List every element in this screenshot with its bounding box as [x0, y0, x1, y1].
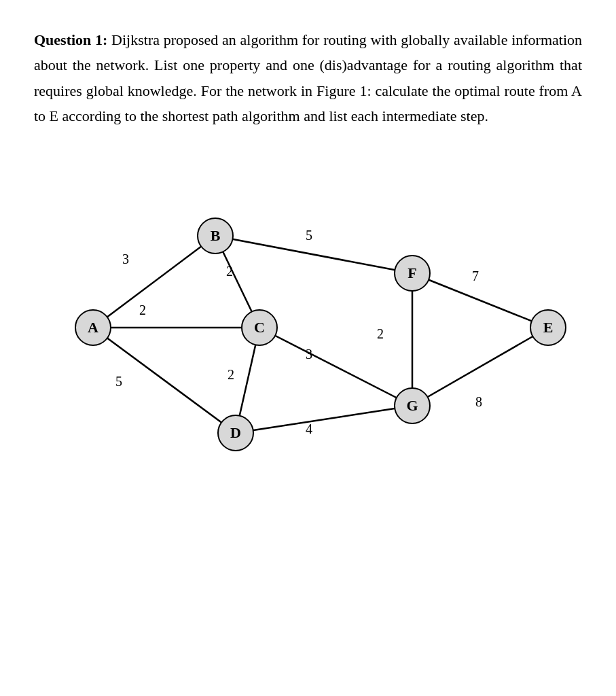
graph-node-g: G [394, 387, 431, 424]
edge-label-f-g: 2 [377, 326, 384, 342]
graph-node-c: C [241, 309, 278, 346]
edge-label-b-f: 5 [306, 228, 312, 243]
graph-node-b: B [197, 218, 234, 254]
graph-figure: ABCDFGE32525232784 [34, 163, 591, 489]
graph-node-a: A [75, 309, 111, 346]
edge-label-a-d: 5 [115, 374, 122, 389]
edge-label-f-e: 7 [472, 268, 479, 284]
question-block: Question 1: Dijkstra proposed an algorit… [34, 27, 582, 129]
edge-label-c-g: 3 [306, 347, 312, 362]
svg-line-6 [259, 328, 412, 406]
svg-line-10 [236, 406, 412, 433]
svg-line-2 [93, 328, 236, 433]
question-label: Question 1: [34, 31, 107, 48]
edge-label-g-e: 8 [475, 394, 482, 410]
graph-node-f: F [394, 255, 431, 292]
edge-label-d-g: 4 [306, 421, 312, 437]
edge-label-b-c: 2 [226, 264, 233, 279]
svg-line-0 [93, 236, 215, 328]
edge-label-c-d: 2 [228, 367, 234, 383]
question-text: Question 1: Dijkstra proposed an algorit… [34, 27, 582, 129]
edge-label-a-c: 2 [139, 302, 146, 318]
svg-line-4 [215, 236, 412, 273]
edge-label-a-b: 3 [122, 251, 129, 267]
svg-line-8 [412, 273, 548, 328]
graph-node-e: E [530, 309, 566, 346]
graph-edges-svg [34, 163, 591, 489]
graph-node-d: D [217, 415, 254, 451]
